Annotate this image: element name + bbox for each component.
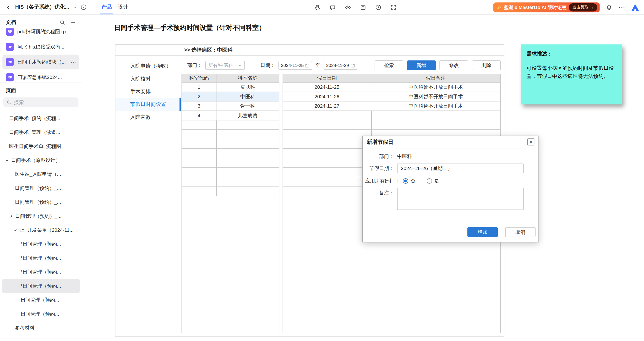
topbar-right: 蓝湖 x MasterGo AI 限时钜惠 点击领取 → ⋯ [493,0,639,15]
page-item[interactable]: 日间管理（预约）_... [2,195,80,209]
page-group-collapsed[interactable]: 日间管理（预约）_... [2,209,80,223]
doc-item[interactable]: RP pdd扫码预约流程图.rp [2,28,79,39]
page-item-label: 医生日间手术单_流程图 [9,143,61,150]
eye-icon[interactable] [344,4,351,10]
page-item-label: 医生站_入院申请（... [15,171,61,178]
page-item[interactable]: 日间管理（预约... [2,307,80,321]
holiday-date-input[interactable]: 2024–11–26（星期二） [397,164,524,173]
table-row[interactable]: 1 皮肤科 [182,82,279,92]
dept-table: 科室代码 科室名称 1 皮肤科 2 中医科 3 [182,74,279,333]
confirm-add-button[interactable]: 增加 [467,227,498,237]
radio-group-yes[interactable]: 是 [427,178,439,184]
page-item[interactable]: 日间手术_预约（流程... [2,112,80,125]
nav-item-admission-request[interactable]: 入院申请（接收） [116,60,181,73]
table-cell: 皮肤科 [216,82,279,92]
doc-more-icon[interactable]: ⋯ [71,59,76,65]
nav-item-admission-check[interactable]: 入院核对 [116,73,181,85]
page-group-dev-menu[interactable]: 开发菜单（2024-11... [2,223,80,237]
nav-item-admission-education[interactable]: 入院宣教 [116,111,181,124]
page-search[interactable] [3,97,78,107]
design-canvas: 日间手术管理—手术预约时间设置（针对不同科室） >> 选择病区：中医科 入院申请… [82,15,644,341]
promo-cta-button[interactable]: 点击领取 → [569,3,597,12]
rp-file-icon: RP [6,43,14,51]
nav-item-holiday-settings[interactable]: 节假日时间设置 [116,98,181,111]
page-item-label: *日间管理（预约... [20,254,61,261]
page-group-prototype[interactable]: 日间手术（原型设计） [2,153,80,167]
doc-item[interactable]: RP 河北-his13接受双向... [2,40,79,54]
tab-design[interactable]: 设计 [117,0,129,14]
folder-icon [19,228,25,233]
table-row-selected[interactable]: 2 中医科 [182,92,279,102]
sidebar: 文档 RP pdd扫码预约流程图.rp RP 河北-his13接受双向... R… [0,15,82,341]
doc-item-label: 日间手术预约模块（... [17,58,68,66]
bell-icon[interactable] [606,4,612,10]
chevron-down-icon[interactable] [13,228,17,232]
chevron-down-icon[interactable] [5,158,9,162]
table-row[interactable]: 3 骨一科 [182,102,279,111]
mastergo-logo[interactable] [631,4,639,11]
date-to-input[interactable]: 2024-11-29 [324,61,358,70]
page-item-label: 日间管理（预约... [20,310,59,317]
hand-tool-icon[interactable] [314,4,320,10]
nav-item-surgery-schedule[interactable]: 手术安排 [116,85,181,98]
chevron-right-icon[interactable] [9,214,13,218]
rp-file-icon: RP [6,58,14,66]
radio-group-no[interactable]: 否 [403,178,415,184]
history-icon[interactable] [375,4,382,10]
page-item-label: 日间管理（预约）_... [15,199,61,206]
fullscreen-icon[interactable] [390,4,396,10]
table-cell: 中医科暂不开放日间手术 [371,82,500,92]
modal-footer: 增加 取消 [467,227,536,237]
note-textarea[interactable] [397,188,524,210]
add-document-icon[interactable] [70,20,76,25]
table-row[interactable]: 2024-11-26 中医科暂不开放日间手术 [283,92,500,102]
page-item[interactable]: 参考材料 [2,321,80,335]
modal-apply-label: 应用所有部门： [365,178,400,184]
search-icon[interactable] [60,20,65,25]
table-row[interactable]: 2024-11-27 中医科暂不开放日间手术 [283,102,500,111]
annotation-icon[interactable] [360,4,366,10]
date-from-input[interactable]: 2024-11-25 [278,61,312,70]
empty-rows [182,120,279,196]
document-title: HIS（各子系统）优化... [15,4,69,10]
page-item[interactable]: *日间管理（预约... [2,265,80,279]
table-row[interactable]: 2024-11-25 中医科暂不开放日间手术 [283,82,500,92]
info-icon[interactable] [80,4,87,10]
table-cell: 2024-11-25 [283,82,371,92]
page-item[interactable]: 医生站_入院申请（... [2,167,80,181]
close-icon[interactable]: ✕ [527,138,534,146]
edit-button[interactable]: 修改 [439,60,468,70]
page-item[interactable]: *日间管理（预约... [2,251,80,265]
delete-button[interactable]: 删除 [472,60,500,70]
page-item[interactable]: 医生日间手术单_流程图 [2,139,80,153]
comment-icon[interactable] [330,4,336,10]
dept-select[interactable]: 所有/中医科 [205,61,245,70]
page-item[interactable]: 日间管理（预约）_... [2,181,80,195]
page-item[interactable]: 日间管理（预约... [2,293,80,307]
more-menu-icon[interactable]: ⋯ [618,0,625,15]
radio-yes-icon[interactable] [427,178,432,184]
add-button[interactable]: 新增 [407,60,436,70]
doc-item-label: 门诊应急系统2024... [17,74,76,80]
column-header: 假日备注 [371,74,500,82]
add-holiday-modal: 新增节假日 ✕ 部门： 中医科 节假日期： 2024–11–26（星期二） 应用… [362,136,539,242]
doc-item[interactable]: RP 门诊应急系统2024... [2,70,79,82]
table-row[interactable]: 4 儿童病房 [182,111,279,120]
tab-product[interactable]: 产品 [100,0,113,14]
radio-no-icon[interactable] [403,178,408,184]
chevron-down-icon[interactable] [73,5,77,9]
topbar-left: HIS（各子系统）优化... 产品 设计 [0,0,130,14]
date-from-value: 2024-11-25 [281,63,304,68]
doc-item-current[interactable]: RP 日间手术预约模块（... ⋯ [2,55,79,70]
page-item-current[interactable]: *日间管理（预约... [2,279,80,293]
search-button[interactable]: 检索 [374,60,403,70]
page-item[interactable]: *日间管理（预约... [2,237,80,251]
toolbar: 部门： 所有/中医科 日期： 2024-11-25 至 2024-11-29 [182,60,500,71]
page-item-label: 参考材料 [15,324,34,331]
cancel-button[interactable]: 取消 [505,227,536,237]
page-item[interactable]: 日间手术_管理（泳道... [2,125,80,139]
table-cell: 3 [182,102,216,110]
promo-banner[interactable]: 蓝湖 x MasterGo AI 限时钜惠 点击领取 → [493,2,600,12]
back-icon[interactable] [6,4,12,10]
page-search-input[interactable] [14,100,75,105]
